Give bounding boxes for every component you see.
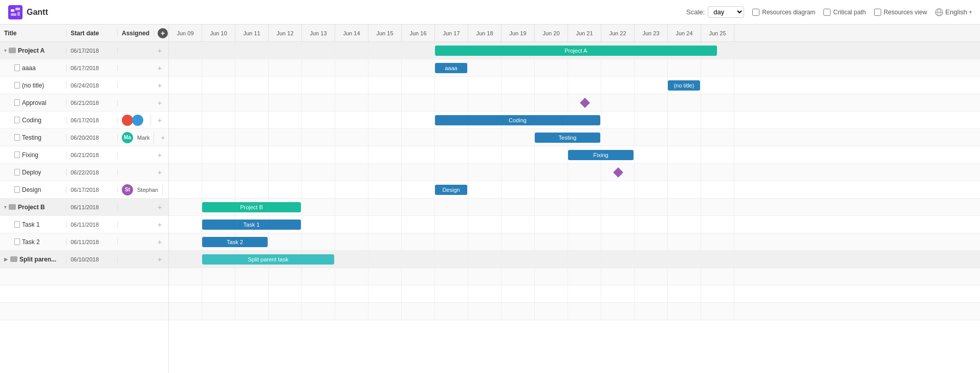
task-bar[interactable]: (no title) [668, 80, 700, 91]
expand-chevron[interactable]: ▶ [4, 256, 8, 262]
gantt-grid-cell [335, 42, 368, 59]
gantt-grid-cell [202, 94, 235, 112]
task-bar[interactable]: Coding [435, 115, 600, 125]
date-header-cell: Jun 09 [169, 25, 202, 41]
gantt-grid-cell [668, 94, 701, 112]
task-bar[interactable]: aaaa [435, 63, 467, 73]
add-column-button[interactable]: + [158, 28, 168, 38]
svg-rect-4 [17, 12, 20, 16]
task-bar[interactable]: Project B [202, 202, 301, 212]
row-add-button[interactable]: + [151, 64, 168, 72]
gantt-grid-cell [169, 77, 202, 94]
gantt-grid-cell [701, 129, 734, 146]
row-add-button[interactable]: + [151, 203, 168, 211]
gantt-grid-cell [402, 129, 435, 146]
resources-diagram-checkbox-label[interactable]: Resources diagram [752, 9, 815, 16]
gantt-grid-cell [668, 268, 701, 286]
critical-path-checkbox-label[interactable]: Critical path [823, 9, 865, 16]
date-header-cell: Jun 25 [701, 25, 734, 41]
scale-select[interactable]: day hour week month [708, 6, 744, 18]
row-add-button[interactable]: + [151, 81, 168, 90]
task-bar[interactable]: Split parent task [202, 254, 334, 265]
task-bar[interactable]: Fixing [568, 150, 634, 160]
gantt-grid-cell [302, 181, 335, 199]
row-add-button[interactable]: + [151, 221, 168, 229]
resources-view-checkbox-label[interactable]: Resources view [874, 9, 927, 16]
gantt-grid-cell [269, 59, 302, 77]
gantt-grid-cell [302, 199, 335, 216]
row-add-button[interactable]: + [151, 99, 168, 107]
gantt-grid-cell [668, 129, 701, 146]
row-add-button[interactable]: + [151, 255, 168, 264]
gantt-grid-cell [402, 199, 435, 216]
gantt-grid-cell [568, 303, 601, 320]
gantt-grid-cell [435, 94, 468, 112]
row-add-button[interactable]: + [163, 186, 168, 194]
task-bar[interactable]: Testing [535, 133, 600, 143]
task-bar[interactable]: Project A [435, 46, 717, 56]
gantt-grid-cell [402, 77, 435, 94]
expand-chevron[interactable]: ▾ [4, 204, 7, 210]
col-add-header: + [154, 28, 169, 38]
gantt-grid-cell [435, 199, 468, 216]
logo-icon [8, 5, 23, 19]
task-bar[interactable]: Design [435, 185, 467, 195]
row-start-cell: 06/17/2018 [67, 65, 118, 71]
gantt-grid-cell [635, 199, 668, 216]
resources-view-checkbox[interactable] [874, 9, 881, 16]
gantt-grid-cell [169, 59, 202, 77]
gantt-grid-cell [502, 199, 535, 216]
gantt-grid-cell [368, 146, 402, 164]
gantt-row: Split parent task [169, 251, 980, 268]
gantt-grid-cell [169, 42, 202, 59]
gantt-grid-cell [402, 181, 435, 199]
gantt-grid-cell [635, 181, 668, 199]
gantt-row: (no title) [169, 77, 980, 94]
expand-chevron[interactable]: ▾ [4, 48, 7, 53]
row-start-cell: 06/17/2018 [67, 48, 118, 54]
row-title-cell: Fixing [0, 151, 67, 159]
gantt-grid-cell [269, 164, 302, 181]
resources-diagram-checkbox[interactable] [752, 9, 759, 16]
gantt-grid-cell [302, 146, 335, 164]
gantt-grid-cell [635, 233, 668, 251]
gantt-grid-cell [169, 216, 202, 233]
row-add-button[interactable]: + [151, 116, 168, 124]
task-bar[interactable]: Task 2 [202, 237, 268, 247]
gantt-grid-cell [269, 112, 302, 129]
gantt-grid-cell [568, 216, 601, 233]
row-add-button[interactable]: + [151, 168, 168, 177]
row-label: Project B [18, 204, 45, 211]
task-bar[interactable]: Task 1 [202, 220, 301, 230]
row-add-button[interactable]: + [151, 47, 168, 55]
gantt-grid-cell [402, 112, 435, 129]
row-title-cell: ▾ Project B [0, 204, 67, 211]
col-assigned-header: Assigned [118, 30, 154, 37]
row-add-button[interactable]: + [151, 238, 168, 246]
gantt-grid-cell [468, 59, 502, 77]
row-add-button[interactable]: + [151, 151, 168, 159]
gantt-row [169, 164, 980, 181]
gantt-grid-cell [668, 112, 701, 129]
gantt-grid-cell [169, 112, 202, 129]
table-row: Testing 06/20/2018 Ma Mark + [0, 129, 168, 146]
row-add-button[interactable]: + [154, 134, 168, 142]
gantt-grid-cell [701, 233, 734, 251]
gantt-grid-cell [368, 164, 402, 181]
gantt-grid-cell [435, 286, 468, 303]
gantt-grid-cell [502, 303, 535, 320]
gantt-grid-cell [601, 268, 635, 286]
gantt-grid-cell [235, 181, 269, 199]
gantt-grid-cell [402, 164, 435, 181]
gantt-grid-cell [302, 268, 335, 286]
rows-container: ▾ Project A 06/17/2018 + aaaa 06/17/2018… [0, 42, 168, 373]
language-control[interactable]: English ▾ [935, 8, 972, 16]
gantt-grid-cell [402, 251, 435, 268]
gantt-grid-cell [235, 164, 269, 181]
gantt-grid-cell [535, 94, 568, 112]
gantt-grid-cell [468, 77, 502, 94]
gantt-grid-cell [635, 251, 668, 268]
gantt-grid-cell [601, 94, 635, 112]
row-title-cell: ▾ Project A [0, 47, 67, 54]
critical-path-checkbox[interactable] [823, 9, 831, 16]
